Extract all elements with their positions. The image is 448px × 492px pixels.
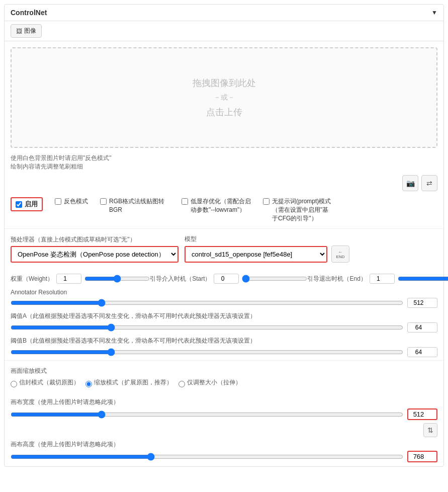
hint-text: 使用白色背景图片时请启用"反色模式" 绘制内容请先调整笔刷粗细 [11,154,437,171]
start-group: 引导介入时机（Start） [150,274,307,284]
canvas-height-slider[interactable] [11,453,403,461]
invert-checkbox[interactable] [55,198,61,205]
camera-button[interactable]: 📷 [402,175,418,191]
end-icon: ← [338,250,343,255]
noprompt-label[interactable]: 无提示词(prompt)模式（需在设置中启用"基于CFG的引导"） [272,197,332,222]
three-sliders-row: 权重（Weight） 引导介入时机（Start） 引导退出时机（End） [5,272,443,286]
resize-scale-label[interactable]: 缩放模式（扩展原图，推荐） [94,378,172,387]
panel-header: ControlNet ▼ [5,5,443,21]
canvas-width-track [11,408,437,420]
hint-line1: 使用白色背景图片时请启用"反色模式" [11,154,437,162]
end-label: END [336,255,345,259]
canvas-height-label: 画布高度（使用上传图片时请忽略此项） [11,440,437,449]
or-text: －或－ [214,93,235,102]
canvas-dims-section: 画布宽度（使用上传图片时请忽略此项） ⇅ 画布高度（使用上传图片时请忽略此项） [5,394,443,466]
image-icon: 🖼 [16,28,22,35]
rgb-label[interactable]: RGB格式法线贴图转BGR [109,197,169,214]
swap-dims-button[interactable]: ⇅ [423,423,437,437]
tab-image[interactable]: 🖼 图像 [11,24,42,38]
model-group: 模型 control_sd15_openpose [fef5e48e] cont… [185,235,349,263]
lowvram-checkbox[interactable] [182,198,188,205]
checkboxes-row: 启用 反色模式 RGB格式法线贴图转BGR 低显存优化（需配合启动参数"--lo… [5,193,443,226]
click-text: 点击上传 [206,106,242,118]
threshold-a-track [11,322,437,333]
annotator-resolution-row: Annotator Resolution [5,286,443,309]
hint-line2: 绘制内容请先调整笔刷粗细 [11,162,437,171]
model-select-wrapper: control_sd15_openpose [fef5e48e] control… [185,246,327,263]
resize-stretch-radio[interactable] [178,381,185,387]
annotator-resolution-slider[interactable] [11,299,403,307]
canvas-height-value[interactable] [407,451,437,462]
canvas-width-value[interactable] [407,408,437,420]
weight-group: 权重（Weight） [11,274,150,284]
weight-value[interactable] [56,274,81,284]
resize-modes-label: 画面缩放模式 [11,367,437,375]
panel-title: ControlNet [11,9,47,17]
noprompt-checkbox-item: 无提示词(prompt)模式（需在设置中启用"基于CFG的引导"） [263,197,332,222]
swap-dims-row: ⇅ [11,422,437,438]
upload-area[interactable]: 拖拽图像到此处 －或－ 点击上传 [11,47,437,148]
canvas-width-slider[interactable] [11,411,403,419]
annotator-resolution-label: Annotator Resolution [11,289,437,296]
invert-label[interactable]: 反色模式 [64,197,88,206]
preprocessor-label: 预处理器（直接上传模式图或草稿时可选"无"） [11,235,178,244]
resize-scale-radio[interactable] [85,381,92,387]
select-row: 预处理器（直接上传模式图或草稿时可选"无"） OpenPose 姿态检测（Ope… [11,235,437,263]
model-label: 模型 [185,235,349,243]
tab-bar: 🖼 图像 [5,21,443,41]
canvas-width-label: 画布宽度（使用上传图片时请忽略此项） [11,398,437,406]
start-slider[interactable] [242,275,307,283]
threshold-b-track [11,347,437,357]
start-value[interactable] [214,274,239,284]
resize-scale-item: 缩放模式（扩展原图，推荐） [85,378,172,390]
preprocessor-select[interactable]: OpenPose 姿态检测（OpenPose pose detection） 无… [12,247,177,262]
weight-slider[interactable] [84,275,150,283]
enabled-checkbox-container: 启用 [11,197,43,211]
threshold-b-label: 阈值B（此值根据预处理器选项不同发生变化，滑动条不可用时代表此预处理器无该项设置… [11,337,437,345]
resize-radio-group: 信封模式（裁切原图） 缩放模式（扩展原图，推荐） 仅调整大小（拉伸） [11,378,437,390]
rgb-checkbox[interactable] [100,198,107,205]
end-value[interactable] [370,274,395,284]
toolbar-row: 📷 ⇄ [5,173,443,193]
resize-stretch-label[interactable]: 仅调整大小（拉伸） [187,378,241,387]
canvas-height-row: 画布高度（使用上传图片时请忽略此项） [11,438,437,464]
threshold-a-label: 阈值A（此值根据预处理器选项不同发生变化，滑动条不可用时代表此预处理器无该项设置… [11,312,437,320]
annotator-resolution-value[interactable] [407,298,437,308]
drag-text: 拖拽图像到此处 [193,77,256,89]
tab-image-label: 图像 [24,27,36,35]
resize-modes-section: 画面缩放模式 信封模式（裁切原图） 缩放模式（扩展原图，推荐） 仅调整大小（拉伸… [5,363,443,394]
start-label: 引导介入时机（Start） [150,275,211,283]
end-label: 引导退出时机（End） [307,275,366,283]
collapse-icon[interactable]: ▼ [431,9,437,16]
enabled-label[interactable]: 启用 [25,200,38,209]
preprocessor-select-wrapper: OpenPose 姿态检测（OpenPose pose detection） 无… [11,246,178,263]
preprocessor-group: 预处理器（直接上传模式图或草稿时可选"无"） OpenPose 姿态检测（Ope… [11,235,178,263]
threshold-b-slider[interactable] [11,348,403,356]
threshold-a-slider[interactable] [11,323,403,332]
end-group: 引导退出时机（End） [307,274,448,284]
end-button[interactable]: ← END [331,245,349,263]
annotator-resolution-track [11,298,437,308]
model-select[interactable]: control_sd15_openpose [fef5e48e] control… [186,247,326,262]
canvas-width-row: 画布宽度（使用上传图片时请忽略此项） [11,396,437,422]
noprompt-checkbox[interactable] [263,198,270,205]
end-slider[interactable] [398,275,448,283]
threshold-b-value[interactable] [407,347,437,357]
threshold-a-value[interactable] [407,322,437,333]
canvas-height-track [11,451,437,462]
threshold-b-row: 阈值B（此值根据预处理器选项不同发生变化，滑动条不可用时代表此预处理器无该项设置… [5,334,443,358]
preprocessor-model-section: 预处理器（直接上传模式图或草稿时可选"无"） OpenPose 姿态检测（Ope… [5,231,443,272]
model-row: control_sd15_openpose [fef5e48e] control… [185,245,349,263]
resize-crop-radio[interactable] [11,381,17,387]
resize-crop-label[interactable]: 信封模式（裁切原图） [19,378,79,387]
enabled-checkbox[interactable] [16,201,22,208]
swap-button[interactable]: ⇄ [421,175,437,191]
resize-stretch-item: 仅调整大小（拉伸） [178,378,241,390]
rgb-checkbox-item: RGB格式法线贴图转BGR [100,197,169,214]
controlnet-panel: ControlNet ▼ 🖼 图像 拖拽图像到此处 －或－ 点击上传 使用白色背… [4,4,444,467]
invert-checkbox-item: 反色模式 [55,197,88,206]
lowvram-label[interactable]: 低显存优化（需配合启动参数"--lowvram"） [191,197,251,214]
resize-crop-item: 信封模式（裁切原图） [11,378,79,390]
threshold-a-row: 阈值A（此值根据预处理器选项不同发生变化，滑动条不可用时代表此预处理器无该项设置… [5,309,443,334]
lowvram-checkbox-item: 低显存优化（需配合启动参数"--lowvram"） [182,197,251,214]
